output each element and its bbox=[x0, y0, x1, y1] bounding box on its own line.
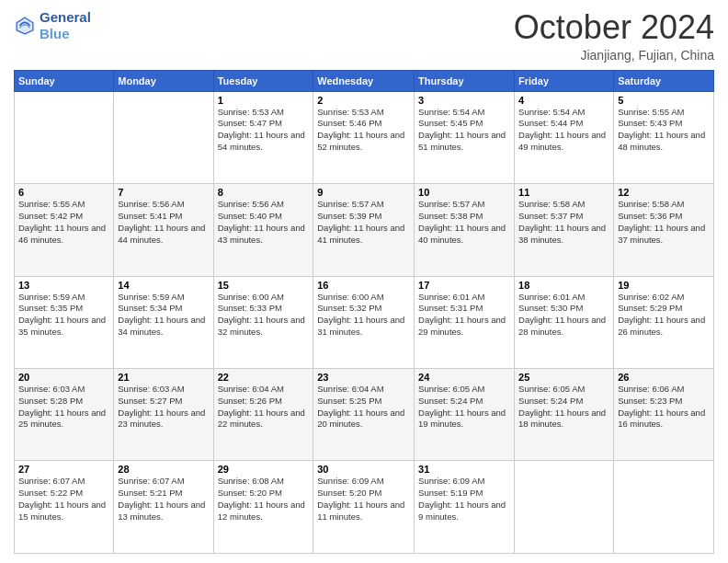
day-detail: Sunrise: 6:08 AM Sunset: 5:20 PM Dayligh… bbox=[218, 476, 310, 523]
day-number: 19 bbox=[618, 280, 710, 291]
logo: General Blue bbox=[14, 9, 91, 42]
day-detail: Sunrise: 6:04 AM Sunset: 5:25 PM Dayligh… bbox=[317, 384, 410, 431]
weekday-header-thursday: Thursday bbox=[415, 70, 515, 91]
day-number: 2 bbox=[317, 95, 410, 106]
day-detail: Sunrise: 5:56 AM Sunset: 5:41 PM Dayligh… bbox=[118, 199, 209, 246]
day-number: 28 bbox=[118, 464, 209, 475]
calendar-cell: 23Sunrise: 6:04 AM Sunset: 5:25 PM Dayli… bbox=[313, 369, 415, 461]
calendar-cell: 24Sunrise: 6:05 AM Sunset: 5:24 PM Dayli… bbox=[415, 369, 515, 461]
day-detail: Sunrise: 5:59 AM Sunset: 5:34 PM Dayligh… bbox=[118, 292, 209, 339]
calendar-cell: 15Sunrise: 6:00 AM Sunset: 5:33 PM Dayli… bbox=[213, 276, 313, 368]
calendar-cell: 6Sunrise: 5:55 AM Sunset: 5:42 PM Daylig… bbox=[15, 184, 114, 276]
weekday-header-friday: Friday bbox=[515, 70, 614, 91]
calendar-cell: 22Sunrise: 6:04 AM Sunset: 5:26 PM Dayli… bbox=[213, 369, 313, 461]
day-detail: Sunrise: 5:55 AM Sunset: 5:42 PM Dayligh… bbox=[18, 199, 109, 246]
calendar-cell: 31Sunrise: 6:09 AM Sunset: 5:19 PM Dayli… bbox=[415, 461, 515, 554]
weekday-header-wednesday: Wednesday bbox=[313, 70, 415, 91]
day-number: 15 bbox=[218, 280, 310, 291]
day-number: 16 bbox=[317, 280, 410, 291]
day-detail: Sunrise: 6:01 AM Sunset: 5:30 PM Dayligh… bbox=[518, 292, 609, 339]
week-row-4: 20Sunrise: 6:03 AM Sunset: 5:28 PM Dayli… bbox=[15, 369, 714, 461]
day-detail: Sunrise: 6:01 AM Sunset: 5:31 PM Dayligh… bbox=[418, 292, 510, 339]
day-detail: Sunrise: 5:58 AM Sunset: 5:36 PM Dayligh… bbox=[618, 199, 710, 246]
day-detail: Sunrise: 6:00 AM Sunset: 5:33 PM Dayligh… bbox=[218, 292, 310, 339]
month-title: October 2024 bbox=[514, 9, 714, 46]
day-detail: Sunrise: 5:55 AM Sunset: 5:43 PM Dayligh… bbox=[618, 107, 710, 154]
calendar-cell: 4Sunrise: 5:54 AM Sunset: 5:44 PM Daylig… bbox=[515, 91, 614, 183]
day-number: 18 bbox=[518, 280, 609, 291]
calendar-cell bbox=[114, 91, 213, 183]
day-number: 31 bbox=[418, 464, 510, 475]
day-number: 13 bbox=[18, 280, 109, 291]
calendar-cell: 16Sunrise: 6:00 AM Sunset: 5:32 PM Dayli… bbox=[313, 276, 415, 368]
day-number: 10 bbox=[418, 187, 510, 198]
calendar-cell: 11Sunrise: 5:58 AM Sunset: 5:37 PM Dayli… bbox=[515, 184, 614, 276]
day-detail: Sunrise: 6:06 AM Sunset: 5:23 PM Dayligh… bbox=[618, 384, 710, 431]
day-detail: Sunrise: 5:54 AM Sunset: 5:44 PM Dayligh… bbox=[518, 107, 609, 154]
day-detail: Sunrise: 6:05 AM Sunset: 5:24 PM Dayligh… bbox=[418, 384, 510, 431]
day-detail: Sunrise: 6:09 AM Sunset: 5:20 PM Dayligh… bbox=[317, 476, 410, 523]
day-detail: Sunrise: 5:59 AM Sunset: 5:35 PM Dayligh… bbox=[18, 292, 109, 339]
header: General Blue October 2024 Jianjiang, Fuj… bbox=[14, 9, 714, 63]
day-detail: Sunrise: 5:56 AM Sunset: 5:40 PM Dayligh… bbox=[218, 199, 310, 246]
location: Jianjiang, Fujian, China bbox=[514, 48, 714, 63]
calendar-cell: 21Sunrise: 6:03 AM Sunset: 5:27 PM Dayli… bbox=[114, 369, 213, 461]
day-number: 22 bbox=[218, 372, 310, 383]
day-detail: Sunrise: 6:03 AM Sunset: 5:27 PM Dayligh… bbox=[118, 384, 209, 431]
day-detail: Sunrise: 6:07 AM Sunset: 5:21 PM Dayligh… bbox=[118, 476, 209, 523]
weekday-header-row: SundayMondayTuesdayWednesdayThursdayFrid… bbox=[15, 70, 714, 91]
calendar-cell bbox=[614, 461, 714, 554]
day-detail: Sunrise: 5:58 AM Sunset: 5:37 PM Dayligh… bbox=[518, 199, 609, 246]
calendar-table: SundayMondayTuesdayWednesdayThursdayFrid… bbox=[14, 70, 714, 554]
day-detail: Sunrise: 6:00 AM Sunset: 5:32 PM Dayligh… bbox=[317, 292, 410, 339]
title-section: October 2024 Jianjiang, Fujian, China bbox=[514, 9, 714, 63]
calendar-cell: 18Sunrise: 6:01 AM Sunset: 5:30 PM Dayli… bbox=[515, 276, 614, 368]
svg-marker-0 bbox=[16, 17, 35, 36]
calendar-cell: 29Sunrise: 6:08 AM Sunset: 5:20 PM Dayli… bbox=[213, 461, 313, 554]
week-row-3: 13Sunrise: 5:59 AM Sunset: 5:35 PM Dayli… bbox=[15, 276, 714, 368]
day-number: 20 bbox=[18, 372, 109, 383]
day-number: 4 bbox=[518, 95, 609, 106]
calendar-cell: 28Sunrise: 6:07 AM Sunset: 5:21 PM Dayli… bbox=[114, 461, 213, 554]
calendar-cell: 27Sunrise: 6:07 AM Sunset: 5:22 PM Dayli… bbox=[15, 461, 114, 554]
calendar-cell: 25Sunrise: 6:05 AM Sunset: 5:24 PM Dayli… bbox=[515, 369, 614, 461]
calendar-cell: 2Sunrise: 5:53 AM Sunset: 5:46 PM Daylig… bbox=[313, 91, 415, 183]
calendar-cell: 13Sunrise: 5:59 AM Sunset: 5:35 PM Dayli… bbox=[15, 276, 114, 368]
day-detail: Sunrise: 6:04 AM Sunset: 5:26 PM Dayligh… bbox=[218, 384, 310, 431]
logo-text: General Blue bbox=[40, 9, 91, 42]
day-detail: Sunrise: 6:07 AM Sunset: 5:22 PM Dayligh… bbox=[18, 476, 109, 523]
day-number: 30 bbox=[317, 464, 410, 475]
day-number: 17 bbox=[418, 280, 510, 291]
day-number: 26 bbox=[618, 372, 710, 383]
calendar-cell bbox=[515, 461, 614, 554]
calendar-cell: 19Sunrise: 6:02 AM Sunset: 5:29 PM Dayli… bbox=[614, 276, 714, 368]
calendar-cell: 9Sunrise: 5:57 AM Sunset: 5:39 PM Daylig… bbox=[313, 184, 415, 276]
calendar-cell: 30Sunrise: 6:09 AM Sunset: 5:20 PM Dayli… bbox=[313, 461, 415, 554]
day-number: 9 bbox=[317, 187, 410, 198]
day-detail: Sunrise: 5:57 AM Sunset: 5:38 PM Dayligh… bbox=[418, 199, 510, 246]
logo-icon bbox=[14, 15, 36, 37]
day-number: 14 bbox=[118, 280, 209, 291]
calendar-cell: 12Sunrise: 5:58 AM Sunset: 5:36 PM Dayli… bbox=[614, 184, 714, 276]
day-number: 24 bbox=[418, 372, 510, 383]
page-container: General Blue October 2024 Jianjiang, Fuj… bbox=[0, 0, 728, 563]
day-detail: Sunrise: 6:02 AM Sunset: 5:29 PM Dayligh… bbox=[618, 292, 710, 339]
calendar-cell: 17Sunrise: 6:01 AM Sunset: 5:31 PM Dayli… bbox=[415, 276, 515, 368]
week-row-2: 6Sunrise: 5:55 AM Sunset: 5:42 PM Daylig… bbox=[15, 184, 714, 276]
day-number: 23 bbox=[317, 372, 410, 383]
day-number: 1 bbox=[218, 95, 310, 106]
day-number: 5 bbox=[618, 95, 710, 106]
calendar-cell: 14Sunrise: 5:59 AM Sunset: 5:34 PM Dayli… bbox=[114, 276, 213, 368]
day-number: 11 bbox=[518, 187, 609, 198]
day-number: 25 bbox=[518, 372, 609, 383]
day-detail: Sunrise: 5:53 AM Sunset: 5:47 PM Dayligh… bbox=[218, 107, 310, 154]
day-number: 27 bbox=[18, 464, 109, 475]
calendar-cell: 26Sunrise: 6:06 AM Sunset: 5:23 PM Dayli… bbox=[614, 369, 714, 461]
weekday-header-monday: Monday bbox=[114, 70, 213, 91]
day-number: 29 bbox=[218, 464, 310, 475]
calendar-cell: 5Sunrise: 5:55 AM Sunset: 5:43 PM Daylig… bbox=[614, 91, 714, 183]
calendar-cell bbox=[15, 91, 114, 183]
day-number: 21 bbox=[118, 372, 209, 383]
day-detail: Sunrise: 6:05 AM Sunset: 5:24 PM Dayligh… bbox=[518, 384, 609, 431]
day-detail: Sunrise: 6:03 AM Sunset: 5:28 PM Dayligh… bbox=[18, 384, 109, 431]
